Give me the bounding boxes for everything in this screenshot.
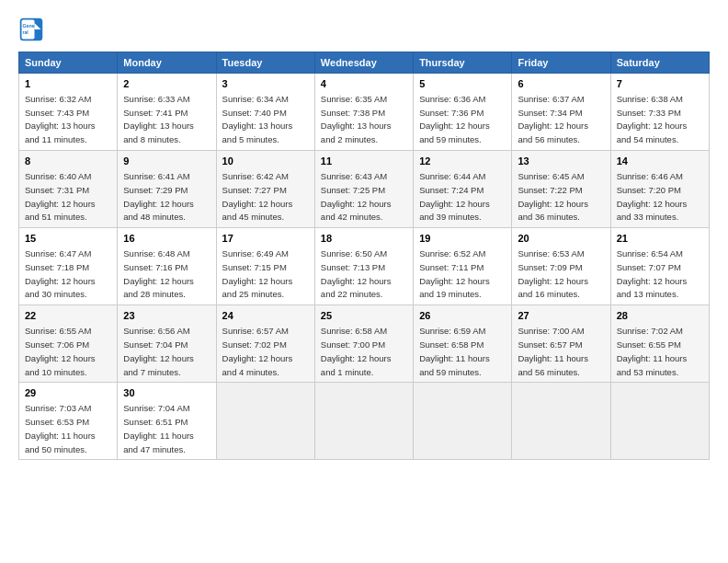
sunrise-text: Sunrise: 6:53 AMSunset: 7:09 PMDaylight:…: [518, 248, 588, 299]
day-number: 30: [123, 386, 210, 400]
day-number: 25: [321, 309, 407, 323]
cell-1-2: 2Sunrise: 6:33 AMSunset: 7:41 PMDaylight…: [118, 74, 216, 151]
cell-1-1: 1Sunrise: 6:32 AMSunset: 7:43 PMDaylight…: [19, 74, 118, 151]
sunrise-text: Sunrise: 7:00 AMSunset: 6:57 PMDaylight:…: [518, 326, 588, 376]
day-number: 26: [419, 309, 506, 323]
col-header-saturday: Saturday: [610, 52, 709, 74]
col-header-wednesday: Wednesday: [314, 52, 413, 74]
day-number: 29: [25, 386, 111, 400]
sunrise-text: Sunrise: 6:58 AMSunset: 7:00 PMDaylight:…: [321, 326, 392, 376]
col-header-sunday: Sunday: [19, 52, 118, 74]
cell-5-6: [512, 383, 610, 460]
cell-2-6: 13Sunrise: 6:45 AMSunset: 7:22 PMDayligh…: [512, 151, 610, 228]
day-number: 20: [518, 232, 604, 246]
day-number: 27: [518, 309, 604, 323]
cell-4-7: 28Sunrise: 7:02 AMSunset: 6:55 PMDayligh…: [610, 305, 709, 383]
day-number: 23: [123, 309, 210, 323]
col-header-thursday: Thursday: [414, 52, 512, 74]
cell-3-5: 19Sunrise: 6:52 AMSunset: 7:11 PMDayligh…: [414, 228, 512, 305]
week-row-1: 1Sunrise: 6:32 AMSunset: 7:43 PMDaylight…: [19, 74, 710, 151]
day-number: 15: [25, 232, 111, 246]
sunrise-text: Sunrise: 6:40 AMSunset: 7:31 PMDaylight:…: [25, 171, 96, 222]
cell-3-3: 17Sunrise: 6:49 AMSunset: 7:15 PMDayligh…: [216, 228, 314, 305]
day-number: 22: [25, 309, 111, 323]
sunrise-text: Sunrise: 6:55 AMSunset: 7:06 PMDaylight:…: [25, 326, 96, 376]
sunrise-text: Sunrise: 6:42 AMSunset: 7:27 PMDaylight:…: [222, 171, 293, 222]
day-number: 21: [617, 232, 703, 246]
cell-4-6: 27Sunrise: 7:00 AMSunset: 6:57 PMDayligh…: [512, 305, 610, 383]
cell-5-5: [414, 383, 512, 460]
cell-1-6: 6Sunrise: 6:37 AMSunset: 7:34 PMDaylight…: [512, 74, 610, 151]
sunrise-text: Sunrise: 6:46 AMSunset: 7:20 PMDaylight:…: [617, 171, 688, 222]
cell-5-7: [610, 383, 709, 460]
sunrise-text: Sunrise: 7:03 AMSunset: 6:53 PMDaylight:…: [25, 403, 96, 454]
day-number: 7: [617, 77, 703, 91]
week-row-2: 8Sunrise: 6:40 AMSunset: 7:31 PMDaylight…: [19, 151, 710, 228]
sunrise-text: Sunrise: 7:04 AMSunset: 6:51 PMDaylight:…: [123, 403, 194, 454]
cell-1-7: 7Sunrise: 6:38 AMSunset: 7:33 PMDaylight…: [610, 74, 709, 151]
day-number: 19: [419, 232, 506, 246]
day-number: 6: [518, 77, 604, 91]
day-number: 5: [419, 77, 506, 91]
sunrise-text: Sunrise: 6:36 AMSunset: 7:36 PMDaylight:…: [419, 94, 490, 144]
svg-text:ral: ral: [22, 29, 28, 35]
sunrise-text: Sunrise: 6:57 AMSunset: 7:02 PMDaylight:…: [222, 326, 293, 376]
sunrise-text: Sunrise: 6:45 AMSunset: 7:22 PMDaylight:…: [518, 171, 588, 222]
cell-3-2: 16Sunrise: 6:48 AMSunset: 7:16 PMDayligh…: [118, 228, 216, 305]
cell-2-2: 9Sunrise: 6:41 AMSunset: 7:29 PMDaylight…: [118, 151, 216, 228]
day-number: 28: [617, 309, 703, 323]
day-number: 11: [321, 155, 407, 168]
cell-3-7: 21Sunrise: 6:54 AMSunset: 7:07 PMDayligh…: [610, 228, 709, 305]
cell-3-6: 20Sunrise: 6:53 AMSunset: 7:09 PMDayligh…: [512, 228, 610, 305]
col-header-tuesday: Tuesday: [216, 52, 314, 74]
sunrise-text: Sunrise: 6:48 AMSunset: 7:16 PMDaylight:…: [123, 248, 194, 299]
sunrise-text: Sunrise: 6:52 AMSunset: 7:11 PMDaylight:…: [419, 248, 490, 299]
cell-2-4: 11Sunrise: 6:43 AMSunset: 7:25 PMDayligh…: [314, 151, 413, 228]
day-number: 2: [123, 77, 210, 91]
week-row-3: 15Sunrise: 6:47 AMSunset: 7:18 PMDayligh…: [19, 228, 710, 305]
page: Gene ral SundayMondayTuesdayWednesdayThu…: [0, 0, 728, 563]
sunrise-text: Sunrise: 6:35 AMSunset: 7:38 PMDaylight:…: [321, 94, 392, 144]
cell-1-5: 5Sunrise: 6:36 AMSunset: 7:36 PMDaylight…: [414, 74, 512, 151]
cell-2-3: 10Sunrise: 6:42 AMSunset: 7:27 PMDayligh…: [216, 151, 314, 228]
cell-3-4: 18Sunrise: 6:50 AMSunset: 7:13 PMDayligh…: [314, 228, 413, 305]
col-header-monday: Monday: [118, 52, 216, 74]
cell-4-2: 23Sunrise: 6:56 AMSunset: 7:04 PMDayligh…: [118, 305, 216, 383]
cell-4-1: 22Sunrise: 6:55 AMSunset: 7:06 PMDayligh…: [19, 305, 118, 383]
cell-5-3: [216, 383, 314, 460]
header: Gene ral: [18, 17, 710, 42]
sunrise-text: Sunrise: 6:59 AMSunset: 6:58 PMDaylight:…: [419, 326, 490, 376]
cell-4-3: 24Sunrise: 6:57 AMSunset: 7:02 PMDayligh…: [216, 305, 314, 383]
cell-4-5: 26Sunrise: 6:59 AMSunset: 6:58 PMDayligh…: [414, 305, 512, 383]
calendar-table: SundayMondayTuesdayWednesdayThursdayFrid…: [18, 52, 710, 460]
cell-1-4: 4Sunrise: 6:35 AMSunset: 7:38 PMDaylight…: [314, 74, 413, 151]
day-number: 3: [222, 77, 309, 91]
day-number: 13: [518, 155, 604, 168]
day-number: 14: [617, 155, 703, 168]
sunrise-text: Sunrise: 6:54 AMSunset: 7:07 PMDaylight:…: [617, 248, 688, 299]
sunrise-text: Sunrise: 6:33 AMSunset: 7:41 PMDaylight:…: [123, 94, 194, 144]
week-row-4: 22Sunrise: 6:55 AMSunset: 7:06 PMDayligh…: [19, 305, 710, 383]
sunrise-text: Sunrise: 6:47 AMSunset: 7:18 PMDaylight:…: [25, 248, 96, 299]
sunrise-text: Sunrise: 6:43 AMSunset: 7:25 PMDaylight:…: [321, 171, 392, 222]
cell-2-5: 12Sunrise: 6:44 AMSunset: 7:24 PMDayligh…: [414, 151, 512, 228]
sunrise-text: Sunrise: 6:37 AMSunset: 7:34 PMDaylight:…: [518, 94, 588, 144]
day-number: 10: [222, 155, 309, 168]
day-number: 4: [321, 77, 407, 91]
day-number: 9: [123, 155, 210, 168]
sunrise-text: Sunrise: 6:56 AMSunset: 7:04 PMDaylight:…: [123, 326, 194, 376]
cell-3-1: 15Sunrise: 6:47 AMSunset: 7:18 PMDayligh…: [19, 228, 118, 305]
cell-5-2: 30Sunrise: 7:04 AMSunset: 6:51 PMDayligh…: [118, 383, 216, 460]
header-row: SundayMondayTuesdayWednesdayThursdayFrid…: [19, 52, 710, 74]
cell-5-4: [314, 383, 413, 460]
sunrise-text: Sunrise: 6:44 AMSunset: 7:24 PMDaylight:…: [419, 171, 490, 222]
logo-icon: Gene ral: [18, 17, 44, 42]
cell-2-7: 14Sunrise: 6:46 AMSunset: 7:20 PMDayligh…: [610, 151, 709, 228]
sunrise-text: Sunrise: 6:50 AMSunset: 7:13 PMDaylight:…: [321, 248, 392, 299]
day-number: 8: [25, 155, 111, 168]
day-number: 16: [123, 232, 210, 246]
week-row-5: 29Sunrise: 7:03 AMSunset: 6:53 PMDayligh…: [19, 383, 710, 460]
svg-text:Gene: Gene: [22, 23, 34, 29]
sunrise-text: Sunrise: 6:34 AMSunset: 7:40 PMDaylight:…: [222, 94, 293, 144]
day-number: 24: [222, 309, 309, 323]
